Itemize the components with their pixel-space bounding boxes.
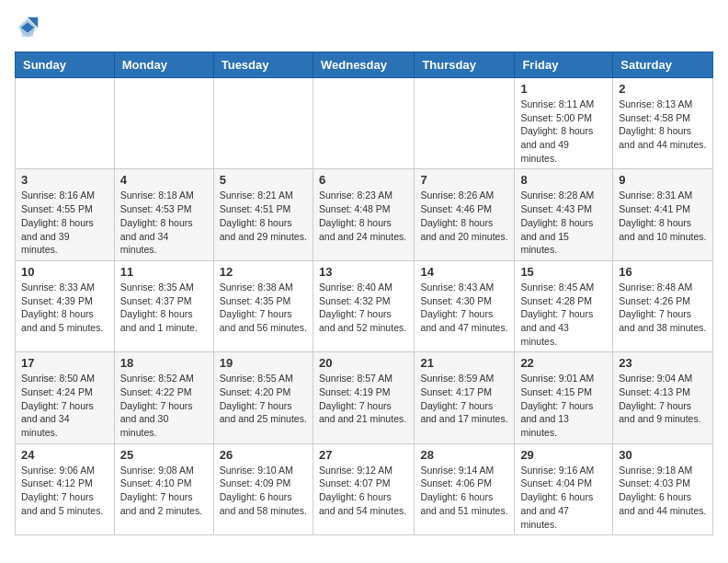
- calendar-week-row: 10Sunrise: 8:33 AMSunset: 4:39 PMDayligh…: [16, 260, 713, 351]
- calendar-cell: 20Sunrise: 8:57 AMSunset: 4:19 PMDayligh…: [313, 352, 414, 443]
- calendar-cell: 19Sunrise: 8:55 AMSunset: 4:20 PMDayligh…: [213, 352, 313, 443]
- calendar-table: SundayMondayTuesdayWednesdayThursdayFrid…: [15, 52, 713, 535]
- logo-icon: [15, 15, 40, 40]
- calendar-cell: 11Sunrise: 8:35 AMSunset: 4:37 PMDayligh…: [114, 260, 213, 351]
- calendar-cell: 13Sunrise: 8:40 AMSunset: 4:32 PMDayligh…: [313, 260, 414, 351]
- calendar-cell: 22Sunrise: 9:01 AMSunset: 4:15 PMDayligh…: [515, 352, 613, 443]
- calendar-cell: 30Sunrise: 9:18 AMSunset: 4:03 PMDayligh…: [613, 443, 713, 534]
- day-number: 9: [619, 173, 707, 187]
- day-info: Sunrise: 9:06 AMSunset: 4:12 PMDaylight:…: [21, 464, 108, 518]
- day-info: Sunrise: 8:43 AMSunset: 4:30 PMDaylight:…: [420, 281, 508, 335]
- day-number: 27: [319, 448, 408, 462]
- calendar-cell: 15Sunrise: 8:45 AMSunset: 4:28 PMDayligh…: [515, 260, 613, 351]
- day-info: Sunrise: 8:18 AMSunset: 4:53 PMDaylight:…: [120, 189, 208, 256]
- day-number: 16: [619, 265, 707, 279]
- calendar-header-row: SundayMondayTuesdayWednesdayThursdayFrid…: [16, 52, 713, 78]
- day-number: 4: [120, 173, 208, 187]
- calendar-cell: 5Sunrise: 8:21 AMSunset: 4:51 PMDaylight…: [213, 169, 313, 260]
- day-info: Sunrise: 9:04 AMSunset: 4:13 PMDaylight:…: [619, 372, 707, 426]
- calendar-cell: 2Sunrise: 8:13 AMSunset: 4:58 PMDaylight…: [613, 78, 713, 169]
- calendar-day-header: Sunday: [16, 52, 115, 78]
- calendar-cell: 16Sunrise: 8:48 AMSunset: 4:26 PMDayligh…: [613, 260, 713, 351]
- day-info: Sunrise: 8:33 AMSunset: 4:39 PMDaylight:…: [21, 281, 108, 335]
- calendar-cell: 27Sunrise: 9:12 AMSunset: 4:07 PMDayligh…: [313, 443, 414, 534]
- calendar-week-row: 1Sunrise: 8:11 AMSunset: 5:00 PMDaylight…: [16, 78, 713, 169]
- day-number: 3: [21, 173, 108, 187]
- day-number: 1: [520, 82, 607, 96]
- calendar-cell: [313, 78, 414, 169]
- day-info: Sunrise: 8:50 AMSunset: 4:24 PMDaylight:…: [21, 372, 108, 439]
- day-info: Sunrise: 8:57 AMSunset: 4:19 PMDaylight:…: [319, 372, 408, 426]
- day-number: 21: [420, 356, 508, 370]
- day-number: 6: [319, 173, 408, 187]
- day-info: Sunrise: 8:52 AMSunset: 4:22 PMDaylight:…: [120, 372, 208, 439]
- calendar-day-header: Saturday: [613, 52, 713, 78]
- day-info: Sunrise: 9:01 AMSunset: 4:15 PMDaylight:…: [520, 372, 607, 439]
- day-number: 29: [520, 448, 607, 462]
- day-info: Sunrise: 8:55 AMSunset: 4:20 PMDaylight:…: [220, 372, 307, 426]
- day-number: 7: [420, 173, 508, 187]
- day-number: 19: [220, 356, 307, 370]
- day-info: Sunrise: 8:23 AMSunset: 4:48 PMDaylight:…: [319, 189, 408, 243]
- day-number: 10: [21, 265, 108, 279]
- day-number: 26: [220, 448, 307, 462]
- day-info: Sunrise: 9:12 AMSunset: 4:07 PMDaylight:…: [319, 464, 408, 518]
- calendar-day-header: Wednesday: [313, 52, 414, 78]
- day-info: Sunrise: 9:16 AMSunset: 4:04 PMDaylight:…: [520, 464, 607, 531]
- calendar-cell: 4Sunrise: 8:18 AMSunset: 4:53 PMDaylight…: [114, 169, 213, 260]
- calendar-cell: 24Sunrise: 9:06 AMSunset: 4:12 PMDayligh…: [16, 443, 115, 534]
- calendar-cell: 8Sunrise: 8:28 AMSunset: 4:43 PMDaylight…: [515, 169, 613, 260]
- day-number: 23: [619, 356, 707, 370]
- calendar-day-header: Thursday: [415, 52, 515, 78]
- day-number: 30: [619, 448, 707, 462]
- calendar-cell: 7Sunrise: 8:26 AMSunset: 4:46 PMDaylight…: [415, 169, 515, 260]
- day-number: 8: [520, 173, 607, 187]
- calendar-cell: 29Sunrise: 9:16 AMSunset: 4:04 PMDayligh…: [515, 443, 613, 534]
- day-number: 20: [319, 356, 408, 370]
- day-info: Sunrise: 8:31 AMSunset: 4:41 PMDaylight:…: [619, 189, 707, 243]
- calendar-week-row: 17Sunrise: 8:50 AMSunset: 4:24 PMDayligh…: [16, 352, 713, 443]
- calendar-week-row: 3Sunrise: 8:16 AMSunset: 4:55 PMDaylight…: [16, 169, 713, 260]
- calendar-cell: 3Sunrise: 8:16 AMSunset: 4:55 PMDaylight…: [16, 169, 115, 260]
- day-number: 12: [220, 265, 307, 279]
- page-header: [15, 15, 713, 40]
- calendar-cell: 12Sunrise: 8:38 AMSunset: 4:35 PMDayligh…: [213, 260, 313, 351]
- calendar-cell: [213, 78, 313, 169]
- day-number: 15: [520, 265, 607, 279]
- day-number: 2: [619, 82, 707, 96]
- calendar-day-header: Monday: [114, 52, 213, 78]
- day-info: Sunrise: 9:18 AMSunset: 4:03 PMDaylight:…: [619, 464, 707, 518]
- calendar-day-header: Tuesday: [213, 52, 313, 78]
- day-info: Sunrise: 9:14 AMSunset: 4:06 PMDaylight:…: [420, 464, 508, 518]
- day-number: 28: [420, 448, 508, 462]
- calendar-cell: 23Sunrise: 9:04 AMSunset: 4:13 PMDayligh…: [613, 352, 713, 443]
- calendar-cell: [415, 78, 515, 169]
- day-number: 5: [220, 173, 307, 187]
- day-info: Sunrise: 8:59 AMSunset: 4:17 PMDaylight:…: [420, 372, 508, 426]
- day-info: Sunrise: 9:10 AMSunset: 4:09 PMDaylight:…: [220, 464, 307, 518]
- calendar-cell: [114, 78, 213, 169]
- calendar-cell: 21Sunrise: 8:59 AMSunset: 4:17 PMDayligh…: [415, 352, 515, 443]
- day-number: 22: [520, 356, 607, 370]
- day-number: 25: [120, 448, 208, 462]
- calendar-cell: 6Sunrise: 8:23 AMSunset: 4:48 PMDaylight…: [313, 169, 414, 260]
- calendar-day-header: Friday: [515, 52, 613, 78]
- calendar-cell: 28Sunrise: 9:14 AMSunset: 4:06 PMDayligh…: [415, 443, 515, 534]
- day-info: Sunrise: 8:48 AMSunset: 4:26 PMDaylight:…: [619, 281, 707, 335]
- calendar-cell: 18Sunrise: 8:52 AMSunset: 4:22 PMDayligh…: [114, 352, 213, 443]
- day-info: Sunrise: 8:45 AMSunset: 4:28 PMDaylight:…: [520, 281, 607, 348]
- day-number: 17: [21, 356, 108, 370]
- day-info: Sunrise: 8:35 AMSunset: 4:37 PMDaylight:…: [120, 281, 208, 335]
- day-info: Sunrise: 8:28 AMSunset: 4:43 PMDaylight:…: [520, 189, 607, 256]
- day-info: Sunrise: 8:13 AMSunset: 4:58 PMDaylight:…: [619, 98, 707, 152]
- calendar-cell: 14Sunrise: 8:43 AMSunset: 4:30 PMDayligh…: [415, 260, 515, 351]
- calendar-cell: 9Sunrise: 8:31 AMSunset: 4:41 PMDaylight…: [613, 169, 713, 260]
- day-info: Sunrise: 8:40 AMSunset: 4:32 PMDaylight:…: [319, 281, 408, 335]
- day-info: Sunrise: 8:26 AMSunset: 4:46 PMDaylight:…: [420, 189, 508, 243]
- day-info: Sunrise: 8:11 AMSunset: 5:00 PMDaylight:…: [520, 98, 607, 165]
- calendar-week-row: 24Sunrise: 9:06 AMSunset: 4:12 PMDayligh…: [16, 443, 713, 534]
- day-info: Sunrise: 8:38 AMSunset: 4:35 PMDaylight:…: [220, 281, 307, 335]
- day-info: Sunrise: 9:08 AMSunset: 4:10 PMDaylight:…: [120, 464, 208, 518]
- day-number: 14: [420, 265, 508, 279]
- logo: [15, 15, 44, 40]
